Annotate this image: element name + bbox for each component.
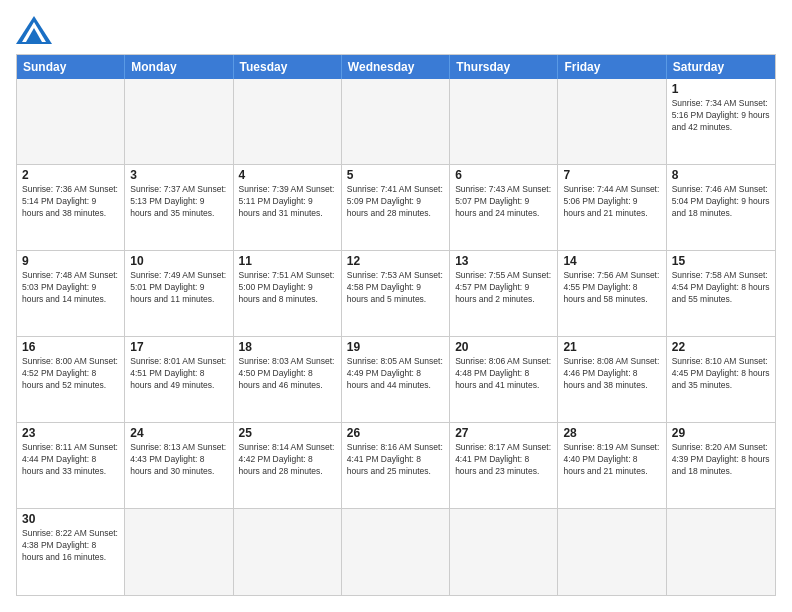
day-info: Sunrise: 7:43 AM Sunset: 5:07 PM Dayligh… bbox=[455, 184, 552, 220]
day-number: 15 bbox=[672, 254, 770, 268]
day-cell-16: 16Sunrise: 8:00 AM Sunset: 4:52 PM Dayli… bbox=[17, 337, 125, 423]
empty-cell bbox=[450, 79, 558, 165]
header-day-thursday: Thursday bbox=[450, 55, 558, 79]
day-info: Sunrise: 8:05 AM Sunset: 4:49 PM Dayligh… bbox=[347, 356, 444, 392]
day-number: 21 bbox=[563, 340, 660, 354]
day-number: 28 bbox=[563, 426, 660, 440]
empty-cell bbox=[342, 79, 450, 165]
day-number: 1 bbox=[672, 82, 770, 96]
day-number: 13 bbox=[455, 254, 552, 268]
day-cell-12: 12Sunrise: 7:53 AM Sunset: 4:58 PM Dayli… bbox=[342, 251, 450, 337]
empty-cell bbox=[667, 509, 775, 595]
day-info: Sunrise: 8:16 AM Sunset: 4:41 PM Dayligh… bbox=[347, 442, 444, 478]
day-number: 7 bbox=[563, 168, 660, 182]
day-number: 20 bbox=[455, 340, 552, 354]
day-cell-22: 22Sunrise: 8:10 AM Sunset: 4:45 PM Dayli… bbox=[667, 337, 775, 423]
day-cell-7: 7Sunrise: 7:44 AM Sunset: 5:06 PM Daylig… bbox=[558, 165, 666, 251]
day-cell-6: 6Sunrise: 7:43 AM Sunset: 5:07 PM Daylig… bbox=[450, 165, 558, 251]
day-cell-11: 11Sunrise: 7:51 AM Sunset: 5:00 PM Dayli… bbox=[234, 251, 342, 337]
day-info: Sunrise: 8:01 AM Sunset: 4:51 PM Dayligh… bbox=[130, 356, 227, 392]
empty-cell bbox=[234, 509, 342, 595]
day-number: 17 bbox=[130, 340, 227, 354]
day-info: Sunrise: 7:55 AM Sunset: 4:57 PM Dayligh… bbox=[455, 270, 552, 306]
day-info: Sunrise: 8:13 AM Sunset: 4:43 PM Dayligh… bbox=[130, 442, 227, 478]
day-info: Sunrise: 7:44 AM Sunset: 5:06 PM Dayligh… bbox=[563, 184, 660, 220]
day-info: Sunrise: 7:37 AM Sunset: 5:13 PM Dayligh… bbox=[130, 184, 227, 220]
day-info: Sunrise: 8:17 AM Sunset: 4:41 PM Dayligh… bbox=[455, 442, 552, 478]
day-cell-14: 14Sunrise: 7:56 AM Sunset: 4:55 PM Dayli… bbox=[558, 251, 666, 337]
day-info: Sunrise: 7:36 AM Sunset: 5:14 PM Dayligh… bbox=[22, 184, 119, 220]
empty-cell bbox=[234, 79, 342, 165]
day-info: Sunrise: 7:49 AM Sunset: 5:01 PM Dayligh… bbox=[130, 270, 227, 306]
day-info: Sunrise: 8:19 AM Sunset: 4:40 PM Dayligh… bbox=[563, 442, 660, 478]
day-number: 12 bbox=[347, 254, 444, 268]
empty-cell bbox=[558, 509, 666, 595]
day-info: Sunrise: 7:48 AM Sunset: 5:03 PM Dayligh… bbox=[22, 270, 119, 306]
day-info: Sunrise: 7:53 AM Sunset: 4:58 PM Dayligh… bbox=[347, 270, 444, 306]
day-number: 23 bbox=[22, 426, 119, 440]
day-cell-18: 18Sunrise: 8:03 AM Sunset: 4:50 PM Dayli… bbox=[234, 337, 342, 423]
day-number: 10 bbox=[130, 254, 227, 268]
page: SundayMondayTuesdayWednesdayThursdayFrid… bbox=[0, 0, 792, 612]
day-info: Sunrise: 7:51 AM Sunset: 5:00 PM Dayligh… bbox=[239, 270, 336, 306]
day-info: Sunrise: 8:08 AM Sunset: 4:46 PM Dayligh… bbox=[563, 356, 660, 392]
day-info: Sunrise: 8:11 AM Sunset: 4:44 PM Dayligh… bbox=[22, 442, 119, 478]
day-number: 9 bbox=[22, 254, 119, 268]
day-number: 5 bbox=[347, 168, 444, 182]
header-day-monday: Monday bbox=[125, 55, 233, 79]
day-cell-25: 25Sunrise: 8:14 AM Sunset: 4:42 PM Dayli… bbox=[234, 423, 342, 509]
header-day-friday: Friday bbox=[558, 55, 666, 79]
day-number: 4 bbox=[239, 168, 336, 182]
day-info: Sunrise: 7:34 AM Sunset: 5:16 PM Dayligh… bbox=[672, 98, 770, 134]
day-number: 25 bbox=[239, 426, 336, 440]
day-cell-13: 13Sunrise: 7:55 AM Sunset: 4:57 PM Dayli… bbox=[450, 251, 558, 337]
day-cell-27: 27Sunrise: 8:17 AM Sunset: 4:41 PM Dayli… bbox=[450, 423, 558, 509]
day-cell-28: 28Sunrise: 8:19 AM Sunset: 4:40 PM Dayli… bbox=[558, 423, 666, 509]
day-cell-17: 17Sunrise: 8:01 AM Sunset: 4:51 PM Dayli… bbox=[125, 337, 233, 423]
logo bbox=[16, 16, 56, 44]
day-number: 22 bbox=[672, 340, 770, 354]
day-info: Sunrise: 8:20 AM Sunset: 4:39 PM Dayligh… bbox=[672, 442, 770, 478]
day-info: Sunrise: 8:03 AM Sunset: 4:50 PM Dayligh… bbox=[239, 356, 336, 392]
logo-icon bbox=[16, 16, 52, 44]
day-cell-10: 10Sunrise: 7:49 AM Sunset: 5:01 PM Dayli… bbox=[125, 251, 233, 337]
day-number: 26 bbox=[347, 426, 444, 440]
day-info: Sunrise: 8:00 AM Sunset: 4:52 PM Dayligh… bbox=[22, 356, 119, 392]
day-info: Sunrise: 8:06 AM Sunset: 4:48 PM Dayligh… bbox=[455, 356, 552, 392]
day-cell-24: 24Sunrise: 8:13 AM Sunset: 4:43 PM Dayli… bbox=[125, 423, 233, 509]
header-day-wednesday: Wednesday bbox=[342, 55, 450, 79]
day-info: Sunrise: 7:46 AM Sunset: 5:04 PM Dayligh… bbox=[672, 184, 770, 220]
day-number: 30 bbox=[22, 512, 119, 526]
day-number: 14 bbox=[563, 254, 660, 268]
day-cell-29: 29Sunrise: 8:20 AM Sunset: 4:39 PM Dayli… bbox=[667, 423, 775, 509]
day-info: Sunrise: 8:14 AM Sunset: 4:42 PM Dayligh… bbox=[239, 442, 336, 478]
day-number: 19 bbox=[347, 340, 444, 354]
day-cell-9: 9Sunrise: 7:48 AM Sunset: 5:03 PM Daylig… bbox=[17, 251, 125, 337]
empty-cell bbox=[17, 79, 125, 165]
day-cell-3: 3Sunrise: 7:37 AM Sunset: 5:13 PM Daylig… bbox=[125, 165, 233, 251]
day-info: Sunrise: 7:56 AM Sunset: 4:55 PM Dayligh… bbox=[563, 270, 660, 306]
header bbox=[16, 16, 776, 44]
day-number: 29 bbox=[672, 426, 770, 440]
day-cell-2: 2Sunrise: 7:36 AM Sunset: 5:14 PM Daylig… bbox=[17, 165, 125, 251]
header-day-saturday: Saturday bbox=[667, 55, 775, 79]
day-cell-15: 15Sunrise: 7:58 AM Sunset: 4:54 PM Dayli… bbox=[667, 251, 775, 337]
day-cell-21: 21Sunrise: 8:08 AM Sunset: 4:46 PM Dayli… bbox=[558, 337, 666, 423]
empty-cell bbox=[450, 509, 558, 595]
day-cell-30: 30Sunrise: 8:22 AM Sunset: 4:38 PM Dayli… bbox=[17, 509, 125, 595]
empty-cell bbox=[125, 509, 233, 595]
day-info: Sunrise: 7:41 AM Sunset: 5:09 PM Dayligh… bbox=[347, 184, 444, 220]
day-number: 3 bbox=[130, 168, 227, 182]
day-number: 27 bbox=[455, 426, 552, 440]
day-cell-8: 8Sunrise: 7:46 AM Sunset: 5:04 PM Daylig… bbox=[667, 165, 775, 251]
header-day-sunday: Sunday bbox=[17, 55, 125, 79]
empty-cell bbox=[125, 79, 233, 165]
day-info: Sunrise: 7:39 AM Sunset: 5:11 PM Dayligh… bbox=[239, 184, 336, 220]
calendar-header: SundayMondayTuesdayWednesdayThursdayFrid… bbox=[17, 55, 775, 79]
day-number: 11 bbox=[239, 254, 336, 268]
day-number: 18 bbox=[239, 340, 336, 354]
day-info: Sunrise: 8:10 AM Sunset: 4:45 PM Dayligh… bbox=[672, 356, 770, 392]
empty-cell bbox=[558, 79, 666, 165]
day-cell-5: 5Sunrise: 7:41 AM Sunset: 5:09 PM Daylig… bbox=[342, 165, 450, 251]
day-info: Sunrise: 7:58 AM Sunset: 4:54 PM Dayligh… bbox=[672, 270, 770, 306]
